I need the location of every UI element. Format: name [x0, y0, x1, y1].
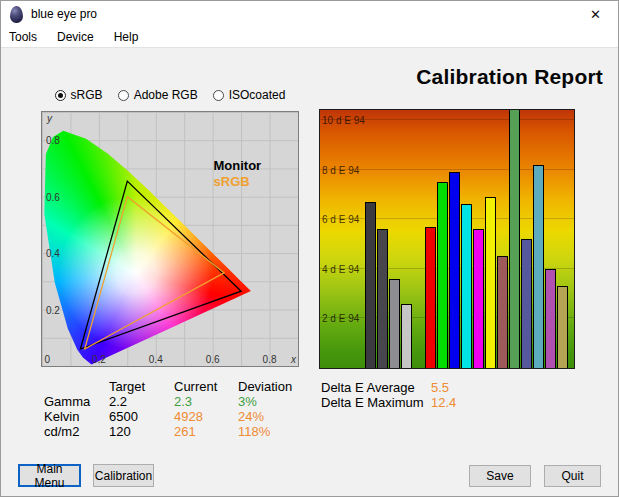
delta-e-maximum-row: Delta E Maximum 12.4: [321, 395, 456, 410]
window-title: blue eye pro: [31, 7, 97, 21]
title-bar: blue eye pro ✕: [1, 1, 618, 27]
target-value: 2.2: [109, 394, 174, 409]
current-value: 2.3: [174, 394, 238, 409]
deviation-value: 3%: [238, 394, 310, 409]
table-header: Current: [174, 379, 238, 394]
x-tick-label: 0.2: [92, 354, 106, 365]
menu-tools[interactable]: Tools: [9, 30, 37, 44]
delta-e-bar: [449, 172, 460, 368]
delta-e-bar: [401, 304, 412, 369]
delta-e-bar: [485, 197, 496, 368]
x-tick-label: 0: [45, 354, 51, 365]
row-label: Gamma: [44, 394, 109, 409]
delta-e-bar: [461, 204, 472, 368]
radio-label: ISOcoated: [229, 88, 286, 102]
y-tick-label: 0.2: [46, 304, 60, 315]
y-tick-label: 0.4: [46, 248, 60, 259]
delta-e-bar: [509, 109, 520, 368]
delta-e-bar: [497, 256, 508, 368]
x-axis-label: x: [291, 354, 296, 365]
legend-srgb: sRGB: [214, 174, 250, 189]
main-menu-button[interactable]: Main Menu: [18, 464, 81, 487]
x-tick-label: 0.8: [263, 354, 277, 365]
menu-bar: ToolsDeviceHelp: [1, 27, 618, 48]
delta-e-bar: [437, 182, 448, 368]
gamut-triangles: [42, 112, 298, 366]
quit-button[interactable]: Quit: [544, 465, 601, 487]
delta-e-average-row: Delta E Average 5.5: [321, 380, 456, 395]
target-value: 6500: [109, 409, 174, 424]
delta-e-average-value: 5.5: [431, 380, 449, 395]
radio-srgb[interactable]: sRGB: [55, 88, 103, 102]
chart-y-tick-label: 6 d E 94: [322, 214, 359, 225]
app-window: blue eye pro ✕ ToolsDeviceHelp Calibrati…: [0, 0, 619, 497]
x-tick-label: 0.6: [206, 354, 220, 365]
radio-isocoated[interactable]: ISOcoated: [213, 88, 286, 102]
client-area: Calibration Report sRGBAdobe RGBISOcoate…: [1, 49, 618, 497]
gamut-triangle-srgb: [85, 197, 224, 349]
radio-selected-icon: [55, 90, 66, 101]
delta-e-average-label: Delta E Average: [321, 380, 431, 395]
cie-plot-area: y x Monitor sRGB 0.80.60.40.200.20.40.60…: [42, 112, 298, 366]
legend-monitor: Monitor: [214, 158, 262, 173]
y-axis-label: y: [47, 113, 52, 124]
target-value: 120: [109, 424, 174, 439]
menu-device[interactable]: Device: [57, 30, 94, 44]
current-value: 4928: [174, 409, 238, 424]
delta-e-bar-chart: 2 d E 944 d E 946 d E 948 d E 9410 d E 9…: [319, 109, 575, 369]
delta-e-maximum-label: Delta E Maximum: [321, 395, 431, 410]
measurement-table: TargetCurrentDeviationGamma2.22.33%Kelvi…: [44, 379, 310, 439]
table-header: Deviation: [238, 379, 310, 394]
delta-e-bar: [533, 165, 544, 368]
cie-diagram-panel: y x Monitor sRGB 0.80.60.40.200.20.40.60…: [41, 111, 299, 367]
y-tick-label: 0.8: [46, 135, 60, 146]
deviation-value: 118%: [238, 424, 310, 439]
delta-e-bar: [365, 202, 376, 368]
row-label: cd/m2: [44, 424, 109, 439]
delta-e-summary: Delta E Average 5.5 Delta E Maximum 12.4: [321, 380, 456, 410]
deviation-value: 24%: [238, 409, 310, 424]
chart-y-tick-label: 4 d E 94: [322, 263, 359, 274]
menu-help[interactable]: Help: [114, 30, 139, 44]
radio-label: Adobe RGB: [134, 88, 198, 102]
radio-icon: [213, 90, 224, 101]
close-icon[interactable]: ✕: [573, 1, 618, 27]
radio-adobe-rgb[interactable]: Adobe RGB: [118, 88, 198, 102]
row-label: Kelvin: [44, 409, 109, 424]
delta-e-bar: [473, 229, 484, 368]
gamut-radio-group: sRGBAdobe RGBISOcoated: [41, 88, 299, 102]
x-tick-label: 0.4: [149, 354, 163, 365]
delta-e-bar: [521, 239, 532, 368]
page-title: Calibration Report: [416, 65, 603, 89]
radio-icon: [118, 90, 129, 101]
delta-e-maximum-value: 12.4: [431, 395, 456, 410]
calibration-button[interactable]: Calibration: [93, 464, 154, 487]
app-logo-icon: [10, 6, 23, 23]
delta-e-bar: [377, 229, 388, 368]
chart-y-tick-label: 10 d E 94: [322, 114, 365, 125]
table-header: Target: [109, 379, 174, 394]
table-corner: [44, 379, 109, 394]
delta-e-bar: [425, 227, 436, 368]
radio-label: sRGB: [71, 88, 103, 102]
delta-e-bar: [389, 279, 400, 368]
current-value: 261: [174, 424, 238, 439]
delta-e-bar: [557, 286, 568, 368]
chart-y-tick-label: 2 d E 94: [322, 313, 359, 324]
gamut-triangle-monitor: [80, 181, 241, 349]
save-button[interactable]: Save: [469, 465, 531, 487]
chart-y-tick-label: 8 d E 94: [322, 164, 359, 175]
delta-e-bar: [545, 269, 556, 368]
y-tick-label: 0.6: [46, 191, 60, 202]
